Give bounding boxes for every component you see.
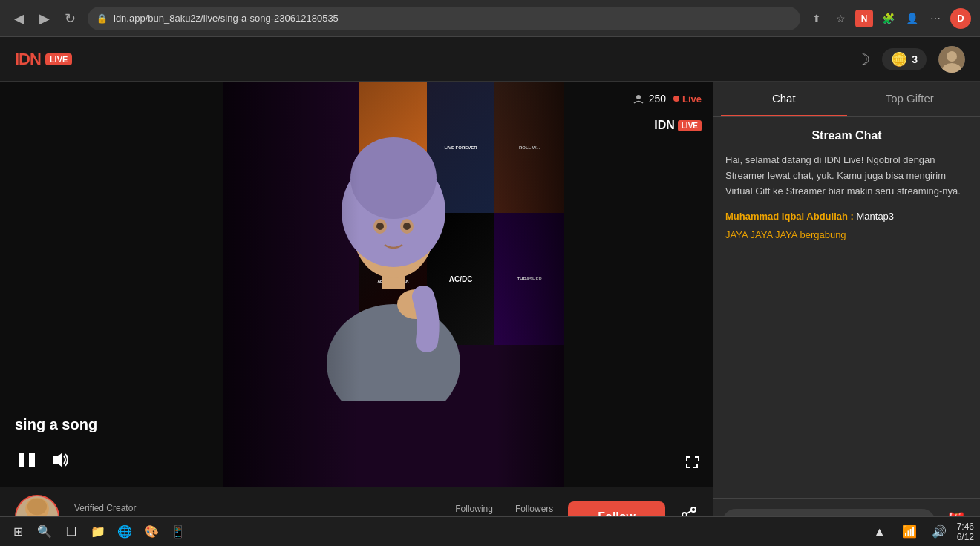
video-section: sing a song (0, 82, 713, 546)
svg-point-22 (691, 507, 696, 512)
tab-top-gifter[interactable]: Top Gifter (847, 82, 973, 116)
video-left-panel: sing a song (0, 82, 223, 487)
system-tray[interactable]: ▲ (868, 520, 892, 544)
browser-chrome: ◀ ▶ ↻ 🔒 idn.app/bun_8aku2z/live/sing-a-s… (0, 0, 980, 37)
time-display: 7:46 (957, 522, 974, 532)
share-browser-icon[interactable]: ⬆ (808, 10, 826, 27)
stream-chat-title: Stream Chat (725, 129, 968, 142)
join-message: JAYA JAYA JAYA bergabung (725, 229, 968, 240)
chat-text-1b: Mantap3 (856, 211, 894, 222)
user-avatar-header[interactable] (938, 46, 965, 73)
browser-taskbar-button[interactable]: 🌐 (113, 520, 137, 544)
settings-icon[interactable]: ⋯ (927, 10, 944, 27)
dark-overlay-right (496, 82, 564, 487)
profile-icon[interactable]: 👤 (903, 10, 921, 27)
refresh-button[interactable]: ↻ (59, 8, 80, 29)
dark-overlay-left (223, 82, 359, 487)
chat-message-1: Muhammad Iqbal Abdullah : Mantap3 (725, 211, 968, 222)
user-avatar-browser[interactable]: D (950, 8, 971, 29)
chat-panel: Chat Top Gifter Stream Chat Hai, selamat… (713, 82, 980, 546)
svg-rect-4 (29, 453, 35, 467)
date-display: 6/12 (957, 532, 974, 542)
header-right: ☽ 🪙 3 (857, 46, 965, 73)
tab-chat[interactable]: Chat (721, 82, 847, 116)
network-icon[interactable]: 📶 (898, 520, 921, 544)
viewer-count: 250 Live (633, 93, 702, 105)
pause-button[interactable] (15, 448, 39, 472)
task-view-button[interactable]: ❑ (59, 520, 83, 544)
idn-logo: IDN (15, 50, 41, 69)
live-text: Live (682, 93, 702, 105)
svg-point-14 (403, 223, 411, 230)
volume-button[interactable] (50, 450, 71, 470)
app-taskbar-button[interactable]: 📱 (166, 520, 190, 544)
idn-watermark: IDN LIVE (654, 119, 702, 132)
main-content: sing a song (0, 82, 980, 546)
taskbar-left: ⊞ 🔍 ❑ 📁 🌐 🎨 📱 (6, 520, 190, 544)
following-label: Following (455, 504, 493, 514)
taskbar-right: ▲ 📶 🔊 7:46 6/12 (868, 520, 974, 544)
chat-body: Stream Chat Hai, selamat datang di IDN L… (713, 117, 980, 498)
svg-point-1 (947, 51, 957, 62)
taskbar-time: 7:46 6/12 (957, 522, 974, 542)
address-text: idn.app/bun_8aku2z/live/sing-a-song-2306… (114, 13, 339, 24)
paint-taskbar-button[interactable]: 🎨 (140, 520, 163, 544)
video-wrapper: sing a song (0, 82, 713, 487)
chat-tabs: Chat Top Gifter (713, 82, 980, 117)
video-feed: Whatever LIVE FOREVER ROLL W... FOR THOS… (223, 82, 564, 487)
svg-point-16 (636, 95, 641, 99)
chat-user-1: Muhammad Iqbal Abdullah : (725, 211, 854, 222)
stream-title: sing a song (15, 416, 208, 433)
stream-chat-desc: Hai, selamat datang di IDN Live! Ngobrol… (725, 153, 968, 199)
svg-point-10 (350, 137, 437, 219)
address-bar[interactable]: 🔒 idn.app/bun_8aku2z/live/sing-a-song-23… (88, 7, 800, 30)
extension-icon-1[interactable]: N (855, 10, 873, 27)
live-badge: LIVE (45, 53, 72, 65)
taskbar: ⊞ 🔍 ❑ 📁 🌐 🎨 📱 ▲ 📶 🔊 7:46 6/12 (0, 516, 980, 546)
search-taskbar[interactable]: 🔍 (33, 520, 56, 544)
volume-taskbar-icon[interactable]: 🔊 (927, 520, 951, 544)
live-watermark-badge: LIVE (678, 120, 702, 131)
coin-icon: 🪙 (891, 51, 907, 68)
star-icon[interactable]: ☆ (832, 10, 849, 27)
coin-count: 3 (912, 53, 918, 65)
video-canvas: Whatever LIVE FOREVER ROLL W... FOR THOS… (223, 82, 564, 487)
svg-line-26 (687, 510, 692, 513)
fullscreen-button[interactable] (684, 453, 702, 476)
viewer-number: 250 (649, 93, 666, 105)
followers-label: Followers (515, 504, 553, 514)
svg-point-20 (27, 498, 47, 514)
live-indicator: Live (673, 93, 702, 105)
forward-button[interactable]: ▶ (34, 8, 55, 29)
logo-area: IDN LIVE (15, 50, 72, 69)
app-header: IDN LIVE ☽ 🪙 3 (0, 37, 980, 82)
idn-wm-text: IDN (654, 119, 675, 132)
nav-buttons: ◀ ▶ ↻ (9, 8, 80, 29)
svg-rect-3 (19, 453, 24, 467)
video-controls (15, 448, 208, 472)
start-button[interactable]: ⊞ (6, 520, 30, 544)
verified-label: Verified Creator (74, 503, 440, 513)
video-right-panel: 250 Live IDN LIVE (564, 82, 713, 487)
lock-icon: 🔒 (97, 13, 108, 24)
back-button[interactable]: ◀ (9, 8, 30, 29)
svg-marker-5 (53, 453, 62, 467)
moon-icon[interactable]: ☽ (857, 50, 870, 68)
puzzle-icon[interactable]: 🧩 (879, 10, 897, 27)
live-dot (673, 96, 679, 102)
browser-actions: ⬆ ☆ N 🧩 👤 ⋯ D (808, 8, 971, 29)
svg-point-13 (376, 223, 384, 230)
coin-area[interactable]: 🪙 3 (882, 48, 927, 70)
file-explorer-button[interactable]: 📁 (86, 520, 110, 544)
